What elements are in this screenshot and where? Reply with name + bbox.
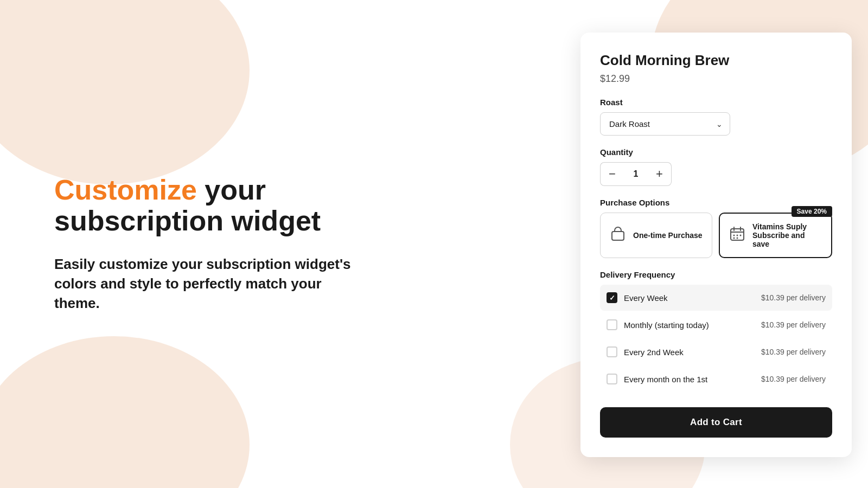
delivery-option-every-week[interactable]: Every Week $10.39 per delivery bbox=[600, 285, 832, 311]
svg-point-2 bbox=[733, 234, 735, 236]
purchase-options: One-time Purchase Save 20% bbox=[600, 213, 832, 258]
delivery-option-every-2nd-week[interactable]: Every 2nd Week $10.39 per delivery bbox=[600, 339, 832, 365]
quantity-increase-button[interactable]: + bbox=[648, 162, 672, 186]
purchase-section: Purchase Options One-time Purchase bbox=[600, 198, 832, 258]
widget-card: Cold Morning Brew $12.99 Roast Light Roa… bbox=[580, 33, 852, 457]
purchase-option-one-time-label: One-time Purchase bbox=[633, 231, 703, 240]
checkbox-every-week[interactable] bbox=[607, 292, 617, 303]
delivery-label: Delivery Frequency bbox=[600, 270, 832, 279]
checkbox-every-2nd-week[interactable] bbox=[607, 346, 617, 357]
delivery-option-monthly-left: Monthly (starting today) bbox=[607, 319, 709, 330]
checkbox-monthly[interactable] bbox=[607, 319, 617, 330]
quantity-value: 1 bbox=[624, 162, 648, 186]
delivery-price-every-month-1st: $10.39 per delivery bbox=[761, 375, 826, 383]
left-panel: Customize yoursubscription widget Easily… bbox=[0, 0, 564, 488]
delivery-option-monthly[interactable]: Monthly (starting today) $10.39 per deli… bbox=[600, 312, 832, 338]
quantity-controls: − 1 + bbox=[600, 162, 832, 186]
purchase-option-subscribe-label: Vitamins SuplySubscribe and save bbox=[752, 222, 822, 248]
bag-icon bbox=[609, 225, 627, 246]
svg-point-4 bbox=[740, 234, 742, 236]
hero-accent: Customize bbox=[54, 174, 197, 206]
svg-point-6 bbox=[737, 237, 738, 239]
roast-select[interactable]: Light Roast Medium Roast Dark Roast bbox=[600, 112, 730, 136]
checkbox-every-month-1st[interactable] bbox=[607, 374, 617, 384]
roast-section: Roast Light Roast Medium Roast Dark Roas… bbox=[600, 98, 832, 136]
svg-point-3 bbox=[737, 234, 738, 236]
delivery-label-every-month-1st: Every month on the 1st bbox=[624, 375, 707, 384]
minus-icon: − bbox=[609, 167, 616, 181]
product-price: $12.99 bbox=[600, 73, 832, 85]
right-panel: Cold Morning Brew $12.99 Roast Light Roa… bbox=[564, 0, 868, 488]
delivery-option-every-month-1st-left: Every month on the 1st bbox=[607, 374, 707, 384]
svg-rect-0 bbox=[612, 232, 624, 240]
hero-title: Customize yoursubscription widget bbox=[54, 175, 510, 236]
add-to-cart-button[interactable]: Add to Cart bbox=[600, 407, 832, 438]
quantity-decrease-button[interactable]: − bbox=[600, 162, 624, 186]
delivery-option-every-2nd-week-left: Every 2nd Week bbox=[607, 346, 684, 357]
product-title: Cold Morning Brew bbox=[600, 52, 832, 69]
purchase-option-one-time[interactable]: One-time Purchase bbox=[600, 213, 712, 258]
delivery-price-every-2nd-week: $10.39 per delivery bbox=[761, 348, 826, 356]
calendar-icon bbox=[729, 225, 746, 246]
delivery-label-monthly: Monthly (starting today) bbox=[624, 320, 709, 330]
delivery-option-every-month-1st[interactable]: Every month on the 1st $10.39 per delive… bbox=[600, 366, 832, 392]
svg-point-5 bbox=[733, 237, 735, 239]
delivery-section: Delivery Frequency Every Week $10.39 per… bbox=[600, 270, 832, 392]
roast-label: Roast bbox=[600, 98, 832, 107]
delivery-option-every-week-left: Every Week bbox=[607, 292, 668, 303]
roast-select-wrapper[interactable]: Light Roast Medium Roast Dark Roast ⌄ bbox=[600, 112, 730, 136]
delivery-price-monthly: $10.39 per delivery bbox=[761, 320, 826, 329]
plus-icon: + bbox=[656, 167, 663, 181]
quantity-label: Quantity bbox=[600, 147, 832, 157]
delivery-label-every-week: Every Week bbox=[624, 293, 668, 303]
hero-description: Easily customize your subscription widge… bbox=[54, 254, 369, 313]
delivery-price-every-week: $10.39 per delivery bbox=[761, 293, 826, 302]
save-badge: Save 20% bbox=[792, 206, 832, 217]
quantity-section: Quantity − 1 + bbox=[600, 147, 832, 186]
purchase-option-subscribe[interactable]: Save 20% bbox=[719, 213, 832, 258]
delivery-label-every-2nd-week: Every 2nd Week bbox=[624, 348, 684, 357]
